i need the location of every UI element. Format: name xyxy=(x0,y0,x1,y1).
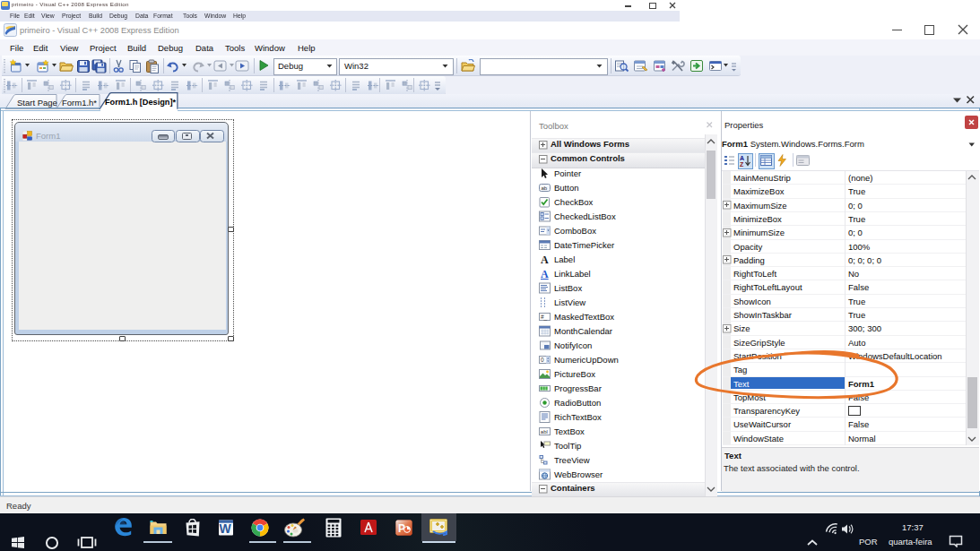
svg-text:abl: abl xyxy=(541,429,548,435)
svg-text:Z: Z xyxy=(740,161,744,168)
svg-text:A: A xyxy=(541,254,549,265)
svg-text:0: 0 xyxy=(541,357,544,363)
svg-text:ab: ab xyxy=(542,185,548,191)
svg-text:#_: #_ xyxy=(541,314,548,321)
svg-text:A: A xyxy=(541,268,549,280)
svg-text:A: A xyxy=(740,155,744,161)
svg-text:W: W xyxy=(220,521,232,536)
